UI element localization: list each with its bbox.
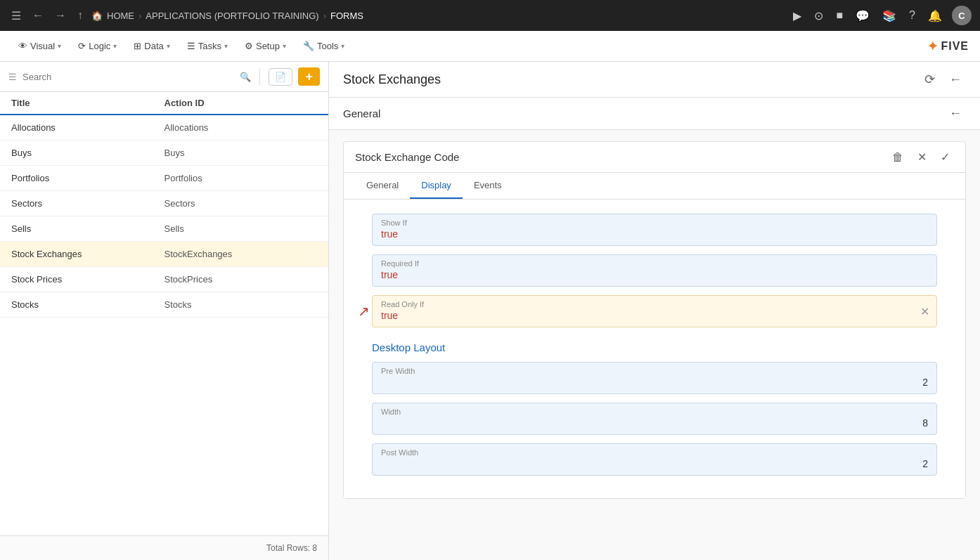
- read-only-clear-button[interactable]: ✕: [920, 305, 929, 318]
- breadcrumb-home[interactable]: HOME: [107, 11, 134, 21]
- pre-width-field[interactable]: Pre Width 2: [372, 362, 937, 394]
- menu-icon[interactable]: ☰: [8, 6, 24, 25]
- nav-logic[interactable]: ⟳ Logic ▾: [71, 37, 124, 56]
- search-icon[interactable]: ⊙: [811, 8, 826, 24]
- required-if-value: true: [381, 269, 928, 280]
- stop-icon[interactable]: ■: [833, 8, 846, 23]
- tools-arrow: ▾: [341, 42, 344, 50]
- content-header-actions: ⟳ ←: [920, 70, 966, 89]
- sidebar-item-sectors[interactable]: Sectors Sectors: [0, 191, 328, 216]
- post-width-label: Post Width: [381, 448, 928, 457]
- search-icon[interactable]: 🔍: [240, 72, 251, 82]
- post-width-group: Post Width 2: [372, 443, 937, 476]
- width-group: Width 8: [372, 403, 937, 435]
- sidebar: ☰ 🔍 📄 + Title Action ID Allocations Allo…: [0, 62, 329, 560]
- show-if-value: true: [381, 228, 928, 240]
- tasks-label: Tasks: [198, 41, 221, 51]
- doc-button[interactable]: 📄: [269, 68, 292, 86]
- arrow-indicator: ↗: [358, 303, 370, 320]
- home-icon[interactable]: 🏠: [91, 11, 103, 21]
- logo-icon: ✦: [927, 39, 938, 54]
- close-button[interactable]: ✕: [913, 149, 931, 165]
- section-title: General: [343, 108, 380, 119]
- sidebar-footer: Total Rows: 8: [0, 535, 328, 560]
- tab-general[interactable]: General: [355, 173, 410, 199]
- back-button[interactable]: ←: [945, 70, 966, 89]
- forward-icon[interactable]: →: [52, 6, 69, 25]
- sidebar-item-sells[interactable]: Sells Sells: [0, 216, 328, 242]
- bell-icon[interactable]: 🔔: [925, 8, 945, 24]
- card-title: Stock Exchange Code: [355, 151, 459, 163]
- nav-setup[interactable]: ⚙ Setup ▾: [238, 37, 293, 56]
- play-icon[interactable]: ▶: [790, 8, 804, 24]
- card-header: Stock Exchange Code 🗑 ✕ ✓: [344, 142, 965, 173]
- avatar[interactable]: C: [952, 6, 972, 25]
- sidebar-item-allocations[interactable]: Allocations Allocations: [0, 115, 328, 141]
- read-only-if-group: ↗ Read Only If true ✕: [372, 295, 937, 327]
- required-if-field[interactable]: Required If true: [372, 254, 937, 287]
- five-logo: ✦ FIVE: [927, 39, 969, 54]
- read-only-if-field[interactable]: Read Only If true ✕: [372, 295, 937, 327]
- refresh-button[interactable]: ⟳: [920, 70, 939, 89]
- required-if-group: Required If true: [372, 254, 937, 287]
- delete-button[interactable]: 🗑: [888, 149, 908, 165]
- visual-icon: 👁: [18, 41, 27, 51]
- nav-visual[interactable]: 👁 Visual ▾: [11, 37, 68, 56]
- breadcrumb-sep2: ›: [323, 11, 326, 21]
- visual-label: Visual: [30, 41, 55, 51]
- visual-arrow: ▾: [58, 42, 61, 50]
- breadcrumb-app[interactable]: APPLICATIONS (PORTFOLIO TRAINING): [146, 11, 318, 21]
- pre-width-value: 2: [381, 377, 928, 388]
- section-back-button[interactable]: ←: [945, 105, 966, 122]
- breadcrumb: 🏠 HOME › APPLICATIONS (PORTFOLIO TRAININ…: [91, 11, 363, 21]
- content-panel: Stock Exchanges ⟳ ← General ← Stock Exch…: [329, 62, 980, 560]
- nav-tasks[interactable]: ☰ Tasks ▾: [180, 37, 235, 56]
- tabs: General Display Events: [344, 173, 965, 200]
- back-icon[interactable]: ←: [30, 6, 46, 25]
- sidebar-search-bar: ☰ 🔍 📄 +: [0, 62, 328, 92]
- top-bar-left: ☰ ← → ↑ 🏠 HOME › APPLICATIONS (PORTFOLIO…: [8, 6, 785, 25]
- logo-label: FIVE: [941, 40, 969, 53]
- filter-icon: ☰: [8, 72, 17, 82]
- logic-label: Logic: [89, 41, 110, 51]
- nav-data[interactable]: ⊞ Data ▾: [127, 37, 176, 56]
- show-if-field[interactable]: Show If true: [372, 214, 937, 246]
- width-field[interactable]: Width 8: [372, 403, 937, 435]
- add-button[interactable]: +: [298, 67, 320, 86]
- tab-display[interactable]: Display: [410, 173, 463, 199]
- main-layout: ☰ 🔍 📄 + Title Action ID Allocations Allo…: [0, 62, 980, 560]
- up-icon[interactable]: ↑: [75, 6, 86, 25]
- read-only-if-value: true: [381, 310, 928, 321]
- data-label: Data: [144, 41, 163, 51]
- section-header: General ←: [329, 98, 980, 130]
- show-if-group: Show If true: [372, 214, 937, 246]
- sidebar-item-stocks[interactable]: Stocks Stocks: [0, 292, 328, 318]
- setup-arrow: ▾: [283, 42, 286, 50]
- content-title: Stock Exchanges: [343, 72, 441, 87]
- tasks-arrow: ▾: [224, 42, 228, 50]
- form-content: Show If true Required If true ↗: [344, 200, 965, 498]
- post-width-field[interactable]: Post Width 2: [372, 443, 937, 476]
- search-input[interactable]: [22, 72, 234, 82]
- show-if-label: Show If: [381, 219, 928, 227]
- required-if-label: Required If: [381, 259, 928, 268]
- logic-arrow: ▾: [113, 42, 117, 50]
- setup-label: Setup: [256, 41, 280, 51]
- sidebar-item-buys[interactable]: Buys Buys: [0, 141, 328, 166]
- breadcrumb-sep1: ›: [138, 11, 141, 21]
- tools-label: Tools: [317, 41, 338, 51]
- data-arrow: ▾: [167, 42, 170, 50]
- sidebar-item-stock-prices[interactable]: Stock Prices StockPrices: [0, 267, 328, 292]
- sidebar-item-stock-exchanges[interactable]: Stock Exchanges StockExchanges: [0, 242, 328, 267]
- chat-icon[interactable]: 💬: [853, 8, 872, 24]
- confirm-button[interactable]: ✓: [936, 149, 954, 165]
- nav-tools[interactable]: 🔧 Tools ▾: [296, 37, 352, 56]
- books-icon[interactable]: 📚: [879, 8, 899, 24]
- breadcrumb-current: FORMS: [330, 11, 363, 21]
- tab-events[interactable]: Events: [463, 173, 513, 199]
- sidebar-item-portfolios[interactable]: Portfolios Portfolios: [0, 166, 328, 191]
- card-actions: 🗑 ✕ ✓: [888, 149, 954, 165]
- help-icon[interactable]: ?: [906, 8, 918, 23]
- desktop-layout-label: Desktop Layout: [372, 341, 937, 353]
- top-bar-right: ▶ ⊙ ■ 💬 📚 ? 🔔 C: [790, 6, 972, 25]
